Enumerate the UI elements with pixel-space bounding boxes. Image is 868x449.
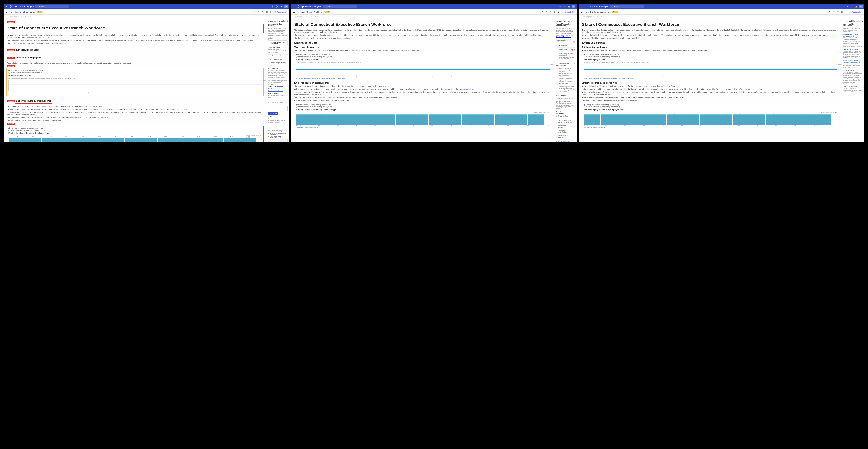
story-content: ⚠ Header State of Connecticut Executive … [4,19,267,143]
learn-more-link[interactable]: Learn more about alt text. [268,90,287,92]
logo-icon [9,5,12,8]
radio-monthly-2[interactable]: Monthly employee counts (starting Januar… [8,127,262,129]
radio-biannual[interactable]: Bi-annual employee counts (starting Janu… [8,72,262,74]
chart1-subtitle: For agencies whose human resource data i… [8,77,262,79]
a11y-sidebar-resources: ‹Accessibility Tools× Accessibility Reso… [842,19,864,143]
svg-point-4 [324,6,325,7]
chart2-title: Monthly Employee Counts by Employee Type [8,132,262,134]
resource-link-5[interactable]: The A11Y Project ⧉ [843,86,863,88]
format-toolbar: + Paragraph▾ B I U S ≡ ☰ [4,14,289,19]
header-error-badge-3[interactable]: ⚠ Header [7,57,15,59]
resource-link-4[interactable]: Color Oracle ⧉ [843,69,863,71]
row-read-clarity[interactable]: ⌄Read text for clarity Make sure that: N… [556,61,575,119]
row-transformation[interactable]: ›Assess page transformation [556,129,575,134]
accessibility-button[interactable]: ✦Accessibility [274,11,287,13]
chart2-card[interactable]: Monthly employee counts (starting Januar… [7,126,264,143]
header-error-badge[interactable]: ⚠ Header [7,21,15,23]
chart1-source: Source: Monthly Executive Branch Employe… [8,93,262,95]
topbar: Tyler Data & Insights ? PZ [4,4,289,9]
download-results-link[interactable]: Download manual test results⭳ [556,140,575,143]
row-confirm[interactable]: ›Confirm page interaction [556,134,575,139]
resource-link-1[interactable]: Introduction to Web Accessibility ⧉ [843,34,863,37]
row-audio[interactable]: ›Check for audio, video, flashing, and a… [556,119,575,124]
panel-3: ☰Tyler Data & Insights⊕?🔔PZ ☰Executive B… [579,4,864,143]
titlebar: ☰ Executive Branch Workforce Draft ↶ ↷ 👁… [4,9,289,14]
add-block-icon[interactable]: + [6,16,6,18]
line-chart: All Agencies [8,80,262,91]
download-icon: ⭳ [574,142,575,143]
alt-error-badge-2[interactable]: ⚠ Alt text [7,123,15,125]
missing-alt-row[interactable]: ⌄2Missing alt text [268,58,287,61]
align-button[interactable]: ≡ [30,16,31,18]
list-button[interactable]: ☰ [32,16,34,18]
total-desc: The charts below present the total count… [7,62,264,64]
h3-by-type: Employee counts by employee type [16,99,51,102]
publish-button[interactable]: Publish [268,139,287,143]
svg-point-0 [37,6,38,7]
draft-badge: Draft [37,11,43,13]
avatar[interactable]: PZ [284,5,287,8]
chart1-card[interactable]: Monthly employee counts (starting Januar… [7,68,264,96]
svg-point-5 [612,6,613,7]
preview-icon[interactable]: 👁 [261,11,264,13]
x-axis: Jan 2022FebMarAprMayJunJulAugSepOctNovDe… [8,91,262,93]
alt-error-badge[interactable]: ⚠ Alt text [7,65,15,67]
layout-icon[interactable]: ▦ [266,11,268,13]
h3-total: Total count of employees [16,56,41,59]
menu-icon[interactable] [5,5,8,8]
radio-biannual-2[interactable]: Bi-annual employee counts (starting Janu… [8,129,262,131]
resource-link-2[interactable]: WCAG 2 Checklist ⧉ [843,48,863,50]
strike-button[interactable]: S [28,16,29,18]
a11y-sidebar-results: ‹Accessibility Tools× Accessibility Test… [267,19,289,143]
intro-paragraph-1: This page presents data about the portio… [7,34,264,39]
radio-monthly[interactable]: Monthly employee counts (starting Januar… [8,69,262,71]
search-box[interactable] [35,5,69,8]
side-header: ‹Accessibility Tools× [268,20,287,22]
back-icon[interactable]: ‹ [268,20,269,22]
undo-icon[interactable]: ↶ [253,11,256,13]
alt-text-input[interactable] [268,106,287,111]
intro-paragraph-2: The charts below highlight the number of… [7,39,264,41]
hamburger-icon[interactable]: ☰ [6,11,8,13]
h2-employee-counts: Employee counts [16,48,39,52]
a11y-sidebar-manual: ‹Accessibility Tools× Manual Accessibili… [554,19,577,143]
panel-1: Tyler Data & Insights ? PZ ☰ Executive B… [4,4,289,143]
underline-button[interactable]: U [25,16,27,18]
search-input[interactable] [39,6,68,8]
bell-icon[interactable] [280,5,283,8]
close-icon[interactable]: × [287,20,287,22]
personnel-act-link[interactable]: State Personnel Act [171,108,186,110]
row-getting-started[interactable]: ›Getting Started [556,44,575,48]
header-errors-row[interactable]: ›4Header errors [268,124,287,127]
resource-link-3[interactable]: How to Design Great Alt Text: An Introdu… [843,60,863,63]
color-contrast-row[interactable]: ›2Color contrast errors [268,54,287,58]
row-no-keyboard[interactable]: ›Test without a keyboard [556,124,575,129]
italic-button[interactable]: I [24,16,24,18]
here-link[interactable]: here [63,43,66,44]
svg-text:?: ? [276,6,277,7]
pass-radio[interactable]: Pass [556,115,562,117]
settings-icon[interactable]: ⚙ [270,11,272,13]
bar-chart: Temporary Worker Retiree (TWR)Part-timeF… [8,135,262,143]
page-title: State of Connecticut Executive Branch Wo… [8,25,262,31]
add-alt-text-button[interactable]: Add alt text [268,112,278,115]
redo-icon[interactable]: ↷ [257,11,260,13]
row-inspect-visual[interactable]: ⌄Inspect visual content Check labeling, … [556,48,575,61]
help-icon[interactable]: ? [275,5,278,8]
header-error-badge-4[interactable]: ⚠ Header [7,100,15,102]
bold-button[interactable]: B [21,16,23,18]
fail-radio[interactable]: Fail [563,115,568,117]
a11y-icon: ✦ [275,11,276,13]
doc-title: Executive Branch Workforce [9,11,35,13]
header-error-badge-2[interactable]: ⚠ Header [7,49,15,51]
plus-icon[interactable] [271,5,274,8]
intro-paragraph-3: The data used in this dashboard are avai… [7,42,264,45]
panel-2: ☰Tyler Data & Insights⊕?🔔PZ ☰Executive B… [291,4,577,143]
brand: Tyler Data & Insights [13,5,34,8]
external-link-icon: ⧉ [853,35,854,37]
errors-alert: ⚠8 accessibility errors identified [268,40,287,46]
search-icon [36,6,38,7]
chart1-title: Monthly Employee Count [8,74,262,77]
block-type-select[interactable]: Paragraph [9,16,17,18]
